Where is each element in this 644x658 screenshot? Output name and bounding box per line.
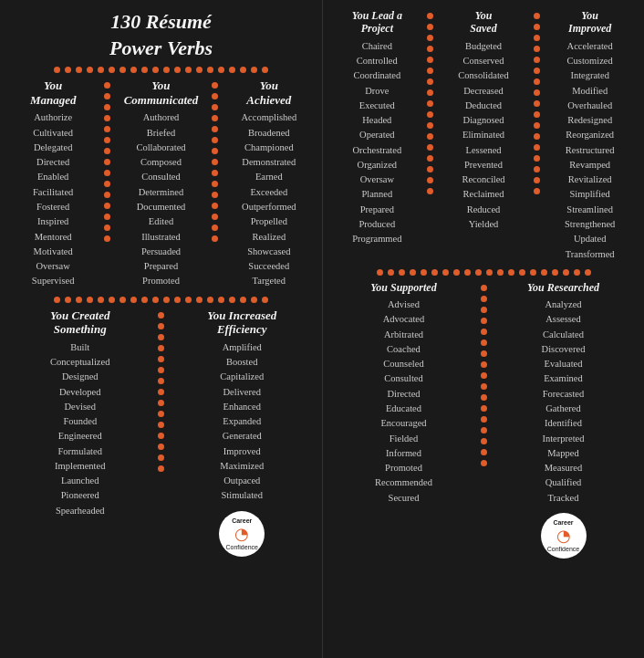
list-item: Informed	[375, 446, 432, 461]
list-item: Supervised	[32, 274, 75, 288]
logo-icon-right: ◔	[556, 526, 571, 546]
list-item: Produced	[352, 217, 401, 232]
list-item: Educated	[375, 402, 432, 416]
list-item: Targeted	[241, 274, 296, 288]
top-dot-divider	[7, 67, 315, 73]
logo-career-left: Career	[232, 517, 252, 524]
supported-list: AdvisedAdvocatedArbitratedCoachedCounsel…	[375, 298, 432, 506]
list-item: Realized	[241, 230, 296, 245]
logo-confidence-left: Confidence	[226, 544, 258, 550]
list-item: Stimulated	[220, 488, 264, 503]
lead-list: ChairedControlledCoordinatedDroveExecute…	[352, 39, 401, 247]
list-item: Cultivated	[32, 126, 75, 141]
created-list: BuiltConceptualizedDesignedDevelopedDevi…	[50, 340, 109, 518]
list-item: Strengthened	[565, 217, 615, 232]
list-item: Analyzed	[542, 298, 586, 312]
list-item: Authorize	[32, 110, 75, 125]
list-item: Formulated	[50, 444, 109, 459]
list-item: Counseled	[375, 357, 432, 371]
list-item: Eliminated	[458, 128, 508, 142]
list-item: Motivated	[32, 245, 75, 259]
list-item: Orchestrated	[352, 143, 401, 158]
list-item: Founded	[50, 414, 109, 429]
list-item: Persuaded	[136, 245, 185, 259]
efficiency-col: You Increased Efficiency AmplifiedBooste…	[170, 308, 316, 557]
list-item: Developed	[50, 385, 109, 400]
list-item: Implemented	[50, 459, 109, 474]
list-item: Identified	[542, 416, 586, 431]
communicated-list: AuthoredBriefedCollaboratedComposedConsu…	[136, 110, 185, 288]
list-item: Devised	[50, 400, 109, 414]
saved-col: You Saved BudgetedConservedConsolidatedD…	[437, 9, 531, 262]
list-item: Boosted	[220, 355, 264, 370]
dot-divider-col-3	[155, 308, 168, 557]
list-item: Enhanced	[220, 400, 264, 414]
list-item: Drove	[352, 84, 401, 99]
list-item: Tracked	[542, 491, 586, 506]
list-item: Consulted	[375, 371, 432, 386]
list-item: Coordinated	[352, 68, 401, 83]
list-item: Controlled	[352, 54, 401, 68]
lead-title: You Lead a Project	[352, 9, 402, 36]
list-item: Briefed	[136, 126, 185, 141]
list-item: Amplified	[220, 340, 264, 355]
main-title: 130 Résumé Power Verbs	[7, 9, 315, 61]
list-item: Updated	[565, 232, 615, 246]
list-item: Collaborated	[136, 141, 185, 155]
improved-list: AcceleratedCustomizedIntegratedModifiedO…	[565, 39, 615, 262]
list-item: Enabled	[32, 170, 75, 184]
efficiency-title: You Increased Efficiency	[207, 308, 276, 337]
dot-divider-col-2	[209, 78, 222, 288]
list-item: Revitalized	[565, 172, 615, 187]
list-item: Improved	[220, 444, 264, 459]
list-item: Restructured	[565, 143, 615, 158]
saved-title: You Saved	[470, 9, 496, 36]
list-item: Overhauled	[565, 99, 615, 113]
list-item: Designed	[50, 370, 109, 384]
managed-title: You Managed	[30, 78, 77, 107]
list-item: Spearheaded	[50, 504, 109, 518]
supported-col: You Supported AdvisedAdvocatedArbitrated…	[330, 281, 477, 559]
lead-col: You Lead a Project ChairedControlledCoor…	[330, 9, 424, 262]
list-item: Interpreted	[542, 432, 586, 446]
list-item: Expanded	[220, 414, 264, 429]
list-item: Mapped	[542, 446, 586, 461]
list-item: Diagnosed	[458, 113, 508, 128]
mid-dot-divider	[7, 297, 315, 303]
list-item: Gathered	[542, 402, 586, 416]
list-item: Directed	[32, 155, 75, 170]
list-item: Determined	[136, 185, 185, 200]
list-item: Deducted	[458, 99, 508, 113]
list-item: Built	[50, 340, 109, 355]
list-item: Integrated	[565, 68, 615, 83]
improved-col: You Improved AcceleratedCustomizedIntegr…	[543, 9, 637, 262]
list-item: Revamped	[565, 158, 615, 172]
logo-icon-left: ◔	[234, 524, 249, 544]
communicated-col: You Communicated AuthoredBriefedCollabor…	[115, 78, 206, 288]
list-item: Reconciled	[458, 172, 508, 187]
logo-career-right: Career	[553, 519, 573, 526]
list-item: Conceptualized	[50, 355, 109, 370]
list-item: Transformed	[565, 247, 615, 262]
list-item: Oversaw	[352, 172, 401, 187]
achieved-list: AccomplishedBroadenedChampionedDemonstra…	[241, 110, 296, 288]
list-item: Reclaimed	[458, 187, 508, 202]
list-item: Yielded	[458, 217, 508, 232]
list-item: Programmed	[352, 232, 401, 246]
saved-list: BudgetedConservedConsolidatedDecreasedDe…	[458, 39, 508, 232]
communicated-title: You Communicated	[124, 78, 199, 107]
right-panel: You Lead a Project ChairedControlledCoor…	[322, 0, 644, 658]
list-item: Headed	[352, 113, 401, 128]
list-item: Oversaw	[32, 259, 75, 274]
list-item: Budgeted	[458, 39, 508, 54]
list-item: Prevented	[458, 158, 508, 172]
list-item: Authored	[136, 110, 185, 125]
list-item: Evaluated	[542, 357, 586, 371]
list-item: Chaired	[352, 39, 401, 54]
list-item: Demonstrated	[241, 155, 296, 170]
list-item: Redesigned	[565, 113, 615, 128]
supported-title: You Supported	[370, 281, 436, 294]
researched-col: You Researched AnalyzedAssessedCalculate…	[490, 281, 637, 559]
created-col: You Created Something BuiltConceptualize…	[7, 308, 153, 557]
list-item: Executed	[352, 99, 401, 113]
